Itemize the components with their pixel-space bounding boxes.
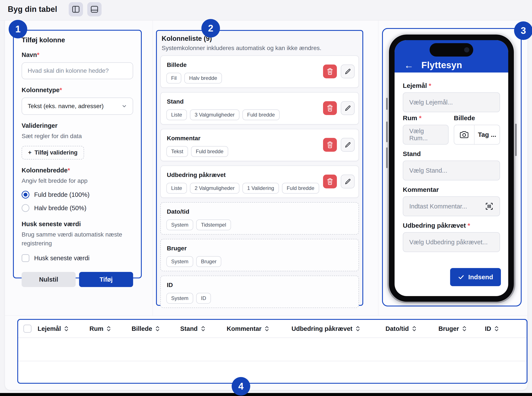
- phone-bezel: ← Flyttesyn Lejemål * Vælg Lejemål... Ru…: [389, 35, 514, 302]
- column-tag: System: [166, 256, 193, 267]
- plus-icon: +: [28, 149, 31, 156]
- step-badge-1: 1: [9, 20, 27, 38]
- edit-column-button[interactable]: [341, 101, 355, 115]
- kommentar-field[interactable]: Indtast Kommentar...: [403, 196, 500, 216]
- sort-icon: [412, 326, 417, 332]
- delete-column-button[interactable]: [323, 64, 337, 78]
- header-divider: [0, 20, 532, 21]
- required-asterisk: *: [37, 51, 39, 58]
- reset-button[interactable]: Nulstil: [22, 272, 76, 287]
- sort-icon: [155, 326, 160, 332]
- app-header: ← Flyttesyn: [395, 40, 508, 72]
- trash-icon: [327, 178, 333, 185]
- column-list-subtitle: Systemkolonner inkluderes automatisk og …: [162, 45, 359, 52]
- column-card-name: Bruger: [167, 245, 187, 252]
- stand-field[interactable]: Vælg Stand...: [403, 161, 500, 181]
- trash-icon: [327, 105, 333, 111]
- column-card-stand: Stand Liste 3 Valgmuligheder Fuld bredde: [160, 92, 359, 124]
- table-header-stand[interactable]: Stand: [180, 325, 227, 332]
- phone-power-button: [515, 124, 517, 156]
- validations-hint: Sæt regler for din data: [22, 132, 133, 141]
- sort-icon: [461, 326, 467, 332]
- lejemaal-field[interactable]: Vælg Lejemål...: [403, 92, 500, 112]
- table-header-dato-tid[interactable]: Dato/tid: [385, 325, 438, 332]
- delete-column-button[interactable]: [323, 175, 337, 188]
- delete-column-button[interactable]: [323, 101, 337, 115]
- add-validation-button[interactable]: + Tilføj validering: [22, 146, 84, 159]
- rum-label: Rum *: [403, 114, 448, 122]
- select-all-checkbox[interactable]: [23, 325, 31, 333]
- add-column-panel: Tilføj kolonne Navn* Kolonnetype* Tekst …: [13, 30, 142, 278]
- table-header-udbedring[interactable]: Udbedring påkrævet: [292, 325, 385, 332]
- camera-icon: [454, 125, 474, 144]
- required-asterisk: *: [68, 167, 70, 174]
- column-tag: 1 Validering: [242, 183, 279, 194]
- pencil-icon: [344, 142, 351, 148]
- radio-full-width-label: Fuld bredde (100%): [34, 191, 90, 198]
- submit-button[interactable]: Indsend: [450, 268, 501, 286]
- page-title: Byg din tabel: [8, 5, 57, 14]
- column-card-kommentar: Kommentar Tekst Fuld bredde: [160, 129, 359, 161]
- add-validation-label: Tilføj validering: [35, 149, 78, 156]
- dynamic-island: [430, 43, 473, 57]
- delete-column-button[interactable]: [323, 138, 337, 152]
- layout-split-vertical-button[interactable]: [69, 2, 83, 16]
- add-column-button[interactable]: Tiføj: [79, 272, 133, 287]
- sort-icon: [200, 326, 206, 332]
- radio-half-width-label: Halv bredde (50%): [34, 204, 86, 212]
- column-card-udbedring: Udbedring påkrævet Liste 2 Valgmulighede…: [160, 166, 359, 198]
- lejemaal-label: Lejemål *: [403, 82, 500, 89]
- table-header-lejemaal[interactable]: Lejemål: [38, 325, 90, 332]
- type-label: Kolonnetype*: [22, 87, 133, 94]
- layout-split-horizontal-button[interactable]: [87, 2, 102, 16]
- kommentar-label: Kommentar: [403, 186, 500, 193]
- edit-column-button[interactable]: [341, 175, 355, 188]
- stand-label: Stand: [403, 150, 500, 157]
- remember-title: Husk seneste værdi: [22, 221, 133, 228]
- table-header-billede[interactable]: Billede: [132, 325, 180, 332]
- pencil-icon: [344, 68, 351, 75]
- check-icon: [458, 274, 464, 280]
- split-horizontal-icon: [90, 6, 98, 13]
- column-tag: ID: [196, 293, 211, 304]
- app-title: Flyttesyn: [421, 60, 462, 70]
- scan-icon[interactable]: [485, 202, 494, 211]
- udbedring-field[interactable]: Vælg Udbedring påkrævet...: [403, 232, 500, 252]
- remember-checkbox-row[interactable]: Husk seneste værdi: [22, 254, 133, 262]
- table-row-empty-2: [18, 361, 526, 384]
- column-card-id: ID System ID: [160, 276, 359, 308]
- trash-icon: [327, 68, 333, 75]
- column-tag: Fuld bredde: [242, 109, 280, 120]
- column-type-select[interactable]: Tekst (eks. navne, adresser): [22, 98, 133, 115]
- column-card-name: ID: [167, 282, 173, 289]
- sort-icon: [264, 326, 270, 332]
- table-header-row: Lejemål Rum Billede Stand Kommentar Udbe…: [20, 320, 524, 338]
- front-camera-dot: [464, 47, 469, 52]
- table-header-bruger[interactable]: Bruger: [438, 325, 485, 332]
- required-asterisk: *: [429, 82, 431, 89]
- radio-half-width[interactable]: Halv bredde (50%): [22, 204, 133, 212]
- radio-full-width[interactable]: Fuld bredde (100%): [22, 191, 133, 198]
- split-vertical-icon: [72, 6, 80, 13]
- column-tag: Liste: [166, 109, 187, 120]
- rum-field[interactable]: Vælg Rum...: [403, 125, 448, 145]
- table-header-id[interactable]: ID: [485, 325, 524, 332]
- take-photo-button[interactable]: Tag ...: [454, 125, 500, 145]
- column-card-dato-tid: Dato/tid System Tidstempel: [160, 202, 359, 235]
- column-name-input[interactable]: [22, 62, 133, 79]
- table-header-rum[interactable]: Rum: [90, 325, 132, 332]
- column-card-name: Dato/tid: [167, 208, 189, 215]
- edit-column-button[interactable]: [341, 64, 355, 78]
- remember-checkbox-label: Husk seneste værdi: [34, 255, 90, 262]
- back-arrow-icon[interactable]: ←: [404, 60, 414, 70]
- column-tag: Fuld bredde: [191, 146, 228, 157]
- udbedring-label: Udbedring påkrævet *: [403, 222, 500, 229]
- phone-volume-up-button: [386, 122, 388, 142]
- submit-label: Indsend: [468, 274, 493, 281]
- edit-column-button[interactable]: [341, 138, 355, 152]
- step-badge-2: 2: [201, 19, 220, 38]
- column-tag: Fil: [166, 73, 181, 83]
- validations-label: Valideringer: [22, 122, 133, 129]
- table-header-kommentar[interactable]: Kommentar: [227, 325, 292, 332]
- column-card-billede: Billede Fil Halv bredde: [160, 55, 359, 88]
